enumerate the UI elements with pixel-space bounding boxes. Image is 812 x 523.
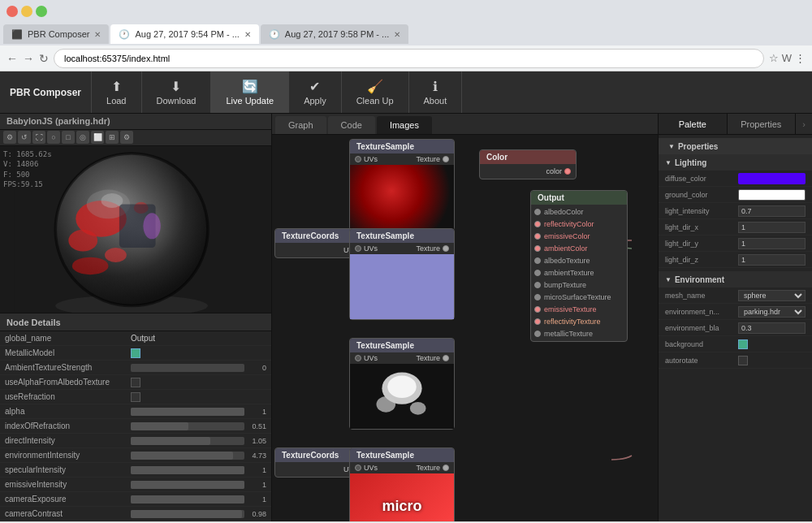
ground-color-swatch[interactable] [738,189,806,201]
node-prop-label-7: environmentIntensity [5,451,131,460]
about-label: About [424,96,447,106]
cleanup-button[interactable]: 🧹 Clean Up [342,71,409,113]
tab-images[interactable]: Images [377,116,432,134]
port-metallic-tex-pin[interactable] [534,331,541,337]
tab-code[interactable]: Code [328,116,375,134]
star-icon[interactable]: ☆ [769,52,779,64]
slider-alpha[interactable] [131,408,244,416]
port-ambient-color-pin[interactable] [534,245,541,252]
vp-icon-7[interactable]: ⬜ [91,131,104,144]
vp-icon-6[interactable]: ◎ [76,131,89,144]
light-intensity-input[interactable] [738,205,806,217]
node-prop-row-9: emissiveIntensity 1 [0,478,271,492]
ts1-in-port[interactable] [355,156,361,162]
node-prop-row-7: environmentIntensity 4.73 [0,448,271,463]
vp-icon-5[interactable]: □ [62,131,75,144]
checkbox-alpha[interactable] [131,378,140,387]
tab1-close[interactable]: ✕ [94,30,101,39]
prop-val-1: 0 [247,364,266,372]
slider-env[interactable] [131,452,244,460]
port-reflectivity-tex-pin[interactable] [534,318,541,325]
load-button[interactable]: ⬆ Load [92,71,141,113]
node-prop-label-3: useRefraction [5,392,131,401]
ts3-in-port[interactable] [355,355,361,361]
node-prop-label-10: cameraExposure [5,495,131,504]
light-dir-x-input[interactable] [738,222,806,233]
output-title: Output [531,191,627,205]
background-checkbox[interactable] [738,339,748,349]
tab-graph[interactable]: Graph [275,116,326,134]
prop-val-4: 1 [247,408,266,416]
vp-icon-3[interactable]: ⛶ [32,131,45,144]
browser-close[interactable] [6,6,18,17]
port-emissive-color-pin[interactable] [534,233,541,240]
vp-icon-9[interactable]: ⚙ [120,131,133,144]
port-albedo-pin[interactable] [534,209,541,215]
env-blur-input[interactable] [738,322,806,334]
browser-tab-1[interactable]: ⬛ PBR Composer ✕ [3,24,109,44]
port-ambient-texture-pin[interactable] [534,270,541,276]
ground-color-label: ground_color [665,191,738,199]
address-input[interactable] [54,49,764,68]
port-emissive-tex-pin[interactable] [534,306,541,313]
vp-icon-2[interactable]: ↺ [18,131,31,144]
reload-button[interactable]: ↻ [39,52,49,65]
node-details-panel: Node Details global_name Output Metallic… [0,313,271,521]
back-button[interactable]: ← [6,52,18,65]
ts3-out-port[interactable] [443,355,449,361]
slider-spec[interactable] [131,466,244,474]
ts1-out-port[interactable] [443,156,449,162]
prop-val-8: 1 [247,466,266,474]
port-albedo-texture-pin[interactable] [534,257,541,264]
slider-direct[interactable] [131,437,244,445]
ts4-out-port[interactable] [443,465,449,471]
color-port[interactable] [564,168,571,175]
extensions-icon[interactable]: W [782,52,792,64]
ts2-in-port[interactable] [355,245,361,252]
menu-icon[interactable]: ⋮ [795,52,806,64]
browser-maximize[interactable] [36,6,47,17]
env-name-select[interactable]: parking.hdr [738,306,806,318]
vp-icon-8[interactable]: ⊞ [106,131,119,144]
vp-icon-4[interactable]: ○ [47,131,60,144]
light-dir-y-input[interactable] [738,238,806,249]
tab3-close[interactable]: ✕ [394,30,400,39]
slider-exposure[interactable] [131,495,244,504]
diffuse-color-swatch[interactable] [738,173,806,184]
port-reflectivity-pin[interactable] [534,221,541,227]
light-dir-z-input[interactable] [738,254,806,266]
ts2-out-port[interactable] [443,245,449,252]
forward-button[interactable]: → [23,52,34,65]
browser-tab-2[interactable]: 🕐 Aug 27, 2017 9:54 PM - ... ✕ [110,24,258,44]
ts4-in-port[interactable] [355,465,361,471]
vp-icon-1[interactable]: ⚙ [3,131,16,144]
checkbox-refraction[interactable] [131,392,140,402]
about-button[interactable]: ℹ About [409,71,463,113]
environment-header[interactable]: Environment [659,271,812,287]
live-update-button[interactable]: 🔄 Live Update [211,71,289,113]
stats-fps-label: F: 500 [3,170,52,180]
slider-contrast[interactable] [131,510,244,518]
tab2-close[interactable]: ✕ [244,30,251,39]
tab-palette[interactable]: Palette [659,114,728,134]
apply-icon: ✔ [309,79,320,94]
port-micro-pin[interactable] [534,294,541,300]
slider-emissive[interactable] [131,481,244,489]
graph-canvas[interactable]: TextureSample UVs Texture [272,135,658,521]
mesh-name-select[interactable]: sphere [738,290,806,301]
slider-ior[interactable] [131,422,244,430]
tab-properties[interactable]: Properties [728,114,797,134]
port-bump-pin[interactable] [534,282,541,288]
lighting-header[interactable]: Lighting [659,154,812,171]
apply-button[interactable]: ✔ Apply [289,71,342,113]
port-micro: microSurfaceTexture [534,292,624,303]
slider-ambient[interactable] [131,364,244,372]
right-arrow[interactable]: › [796,114,812,134]
browser-tab-3[interactable]: 🕐 Aug 27, 2017 9:58 PM - ... ✕ [261,24,408,44]
autorotate-checkbox[interactable] [738,356,748,365]
download-button[interactable]: ⬇ Download [142,71,212,113]
browser-minimize[interactable] [21,6,32,17]
tab-bar: ⬛ PBR Composer ✕ 🕐 Aug 27, 2017 9:54 PM … [0,23,812,45]
checkbox-metallicmodel[interactable] [131,348,140,358]
node-prop-row-11: cameraContrast 0.98 [0,507,271,521]
